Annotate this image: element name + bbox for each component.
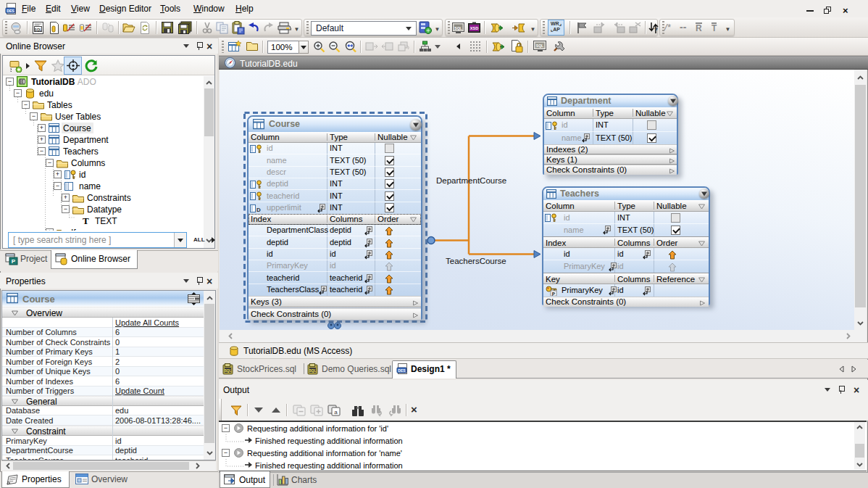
svg-text:SQL: SQL [34,28,41,32]
svg-text:DES: DES [398,368,406,373]
svg-text:P: P [552,291,556,297]
svg-text:a: a [334,409,338,415]
svg-text:DES: DES [7,9,14,13]
svg-text:SQL: SQL [309,369,317,373]
svg-text:D: D [256,207,261,213]
svg-text:SQL: SQL [225,369,232,373]
svg-text:XSD: XSD [470,26,478,30]
svg-text:SQL: SQL [454,26,462,30]
svg-text:SQL: SQL [536,44,543,48]
svg-text:P: P [12,258,16,265]
